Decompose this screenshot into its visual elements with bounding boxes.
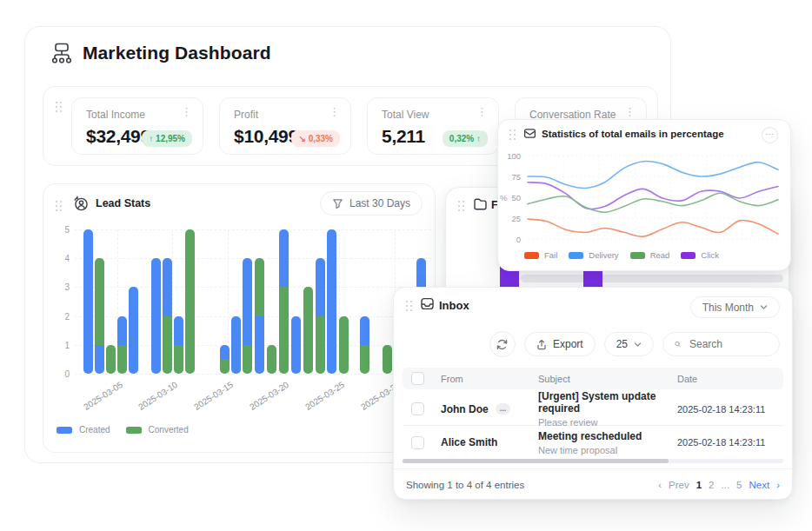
lead-bar[interactable] [279, 229, 289, 374]
date-cell: 2025-02-18 14:23:11 [677, 404, 783, 415]
lead-stats-title: Lead Stats [96, 197, 150, 209]
pagination-item[interactable]: 5 [736, 480, 742, 490]
period-dropdown[interactable]: This Month [690, 296, 780, 318]
row-menu-button[interactable]: ... [496, 403, 511, 415]
refresh-button[interactable] [489, 331, 516, 357]
page-size-dropdown[interactable]: 25 [604, 332, 654, 356]
y-tick-label: 2 [64, 312, 70, 322]
sender-name: Alice Smith [441, 436, 538, 448]
y-tick-label: 1 [64, 341, 70, 350]
lead-bar[interactable] [106, 345, 116, 374]
gridline [75, 258, 431, 259]
lead-bar[interactable] [220, 345, 230, 374]
table-row[interactable]: John Doe...[Urgent] System update requir… [403, 390, 783, 426]
x-tick-label: 2025-03-10 [136, 380, 179, 412]
lead-bar[interactable] [95, 258, 104, 374]
lead-bar[interactable] [129, 287, 138, 374]
scrollbar-thumb[interactable] [403, 459, 669, 463]
lead-bar[interactable] [163, 258, 172, 374]
lead-bar[interactable] [360, 316, 369, 374]
lead-bar[interactable] [316, 258, 325, 374]
lead-bar-segment [243, 345, 252, 374]
legend-swatch [681, 252, 696, 259]
leads-icon [72, 195, 90, 212]
drag-handle-icon[interactable] [457, 200, 465, 212]
lead-bar[interactable] [243, 258, 252, 374]
dashboard-page: Marketing Dashboard Total Income⋮$32,499… [0, 0, 812, 531]
lead-bar-segment [360, 316, 369, 345]
drag-handle-icon[interactable] [55, 200, 63, 212]
drag-handle-icon[interactable] [405, 300, 413, 312]
lead-bar[interactable] [291, 316, 301, 374]
lead-bar[interactable] [151, 258, 161, 374]
y-tick-label: 100 [507, 151, 521, 161]
trend-badge: 0,32% ↑ [443, 130, 488, 147]
drag-handle-icon[interactable] [55, 101, 63, 113]
sitemap-icon [50, 41, 74, 65]
lead-bar[interactable] [185, 229, 195, 374]
lead-bar[interactable] [383, 345, 392, 374]
x-tick-label: 2025-03-25 [303, 380, 346, 412]
lead-bar[interactable] [174, 316, 183, 374]
kebab-menu-icon[interactable]: ⋮ [181, 106, 192, 118]
pagination-item[interactable]: ‹ [658, 480, 662, 490]
pagination-item[interactable]: Next [749, 480, 770, 490]
pagination-item[interactable]: Prev [669, 480, 689, 490]
pagination-item[interactable]: › [776, 480, 780, 490]
lead-bar-segment [360, 345, 369, 374]
page-size-value: 25 [616, 338, 628, 350]
pagination-item[interactable]: ... [722, 480, 730, 490]
lead-bar[interactable] [339, 316, 349, 374]
legend-item: Created [57, 425, 110, 435]
pagination-item[interactable]: 2 [709, 480, 714, 490]
kebab-menu-icon[interactable]: ⋮ [329, 106, 340, 118]
email-line-chart [524, 149, 782, 244]
select-all-checkbox[interactable] [411, 372, 424, 385]
y-tick-label: 5 [64, 225, 70, 235]
lead-bar[interactable] [83, 229, 93, 374]
kebab-menu-icon[interactable]: ⋮ [624, 106, 636, 118]
lead-bar-segment [95, 345, 104, 374]
funnel-icon [332, 198, 343, 209]
search-input[interactable] [688, 337, 768, 351]
lead-bar[interactable] [267, 345, 276, 374]
row-checkbox[interactable] [411, 402, 424, 415]
lead-bar[interactable] [117, 316, 127, 374]
row-checkbox[interactable] [411, 436, 424, 449]
panel-menu-button[interactable]: ··· [762, 127, 778, 143]
export-button[interactable]: Export [524, 332, 596, 356]
filter-button[interactable]: Last 30 Days [320, 191, 423, 216]
stat-card: Total Income⋮$32,499↑ 12,95% [71, 97, 203, 155]
lead-bar[interactable] [255, 258, 264, 374]
export-label: Export [553, 338, 583, 350]
lead-bar[interactable] [303, 287, 313, 374]
lead-bar-segment [83, 229, 93, 374]
lead-stats-panel: Lead Stats Last 30 Days 012345 2025-03-0… [43, 183, 436, 453]
search-box[interactable] [662, 332, 780, 356]
lead-bar-segment [220, 359, 230, 374]
horizontal-scrollbar[interactable] [403, 459, 783, 463]
legend-item: Click [681, 250, 719, 260]
stat-card-value: 5,211 [382, 126, 425, 147]
stat-card-value: $32,499 [86, 126, 150, 147]
stat-card-title: Profit [234, 109, 258, 121]
drag-handle-icon[interactable] [509, 129, 516, 141]
col-date: Date [677, 374, 783, 384]
legend-swatch [630, 252, 645, 259]
lead-bar-segment [243, 258, 252, 345]
table-row[interactable]: Alice SmithMeeting rescheduledNew time p… [403, 425, 783, 461]
lead-bar-segment [163, 258, 172, 315]
lead-bar[interactable] [327, 229, 336, 374]
legend-label: Read [650, 250, 670, 260]
y-tick-label: 0 [516, 235, 521, 244]
email-stats-panel: Statistics of total emails in percentage… [497, 119, 791, 271]
refresh-icon [496, 339, 508, 350]
legend-label: Created [79, 425, 110, 435]
legend-item: Converted [126, 425, 189, 435]
period-label: This Month [702, 302, 754, 314]
kebab-menu-icon[interactable]: ⋮ [476, 106, 488, 118]
lead-bar[interactable] [231, 316, 241, 374]
stat-card: Total View⋮5,2110,32% ↑ [367, 97, 499, 155]
pagination-item[interactable]: 1 [696, 480, 702, 490]
y-tick-label: 25 [511, 214, 521, 223]
